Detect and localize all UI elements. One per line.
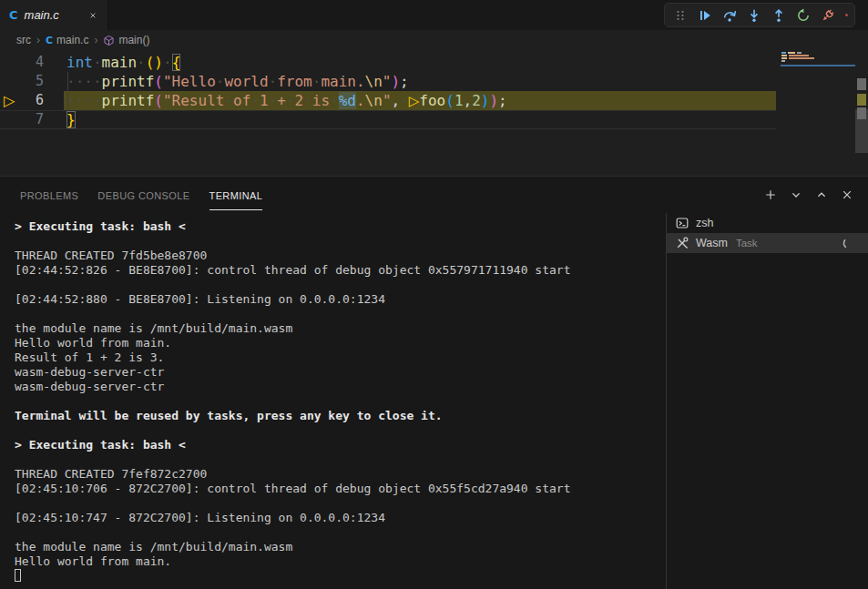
terminal-line [15,307,666,321]
panel-tabs: PROBLEMSDEBUG CONSOLETERMINAL [20,179,262,210]
terminal-task-badge: Task [736,238,758,249]
terminal-cursor [15,569,21,582]
maximize-panel-button[interactable] [812,185,832,205]
code-line-4[interactable]: 4int·main·()·{ [0,53,781,72]
terminal-line: the module name is /mnt/build/main.wasm [15,540,666,554]
code-line-6[interactable]: 6····printf("Result·of·1·+·2·is·%d.\n",·… [0,91,781,110]
minimap-code-line [781,55,787,56]
terminal-line: the module name is /mnt/build/main.wasm [15,321,666,336]
line-text: } [66,110,76,129]
terminal-line: Terminal will be reused by tasks, press … [15,409,666,423]
terminal-line: Hello world from main. [15,336,666,350]
code-line-7[interactable]: 7} [0,110,781,129]
terminal-line [15,278,666,292]
minimap-code-line [781,52,786,54]
terminal-line: [02:45:10:747 - 872C2700]: Listening on … [15,511,666,525]
c-file-icon: C [46,35,53,46]
terminal-list-item-zsh[interactable]: zsh [667,213,868,233]
debug-execution-arrow-icon: ▷ [4,91,15,110]
breadcrumb-separator: › [36,34,40,46]
line-number: 4 [0,53,44,72]
spinner-icon [841,236,855,250]
terminal-line: wasm-debug-server-ctr [15,380,666,394]
breadcrumb-separator: › [94,34,97,46]
terminal-list-item-wasm[interactable]: WasmTask [667,233,868,253]
terminal-line: THREAD CREATED 7fef872c2700 [15,467,666,482]
terminal-line: > Executing task: bash < [15,438,666,452]
panel-body: > Executing task: bash < THREAD CREATED … [0,213,868,589]
restart-button[interactable] [794,6,812,25]
step-into-button[interactable] [745,6,763,25]
step-out-button[interactable] [770,6,788,25]
line-text: ····printf("Result·of·1·+·2·is·%d.\n",·▷… [66,91,507,110]
editor-scrollbar[interactable] [855,50,868,176]
terminal-icon [675,216,689,230]
new-terminal-button[interactable] [761,185,781,205]
minimap-highlight-line [781,65,855,66]
code-lines: 4int·main·()·{5····printf("Hello·world·f… [0,53,781,129]
debug-toolbar [664,3,855,27]
tab-bar: C main.c [0,0,868,30]
disconnect-button[interactable] [819,6,837,25]
tab-close-icon[interactable] [86,8,100,23]
breadcrumb-label: src [16,34,31,46]
bottom-panel: PROBLEMSDEBUG CONSOLETERMINAL > Executin… [0,176,868,589]
overview-mark [857,78,866,90]
tab-main-c[interactable]: C main.c [0,0,108,30]
minimap-code-line [797,52,802,54]
terminal-line: THREAD CREATED 7fd5be8e8700 [15,249,666,263]
tools-icon [675,236,689,250]
code-line-5[interactable]: 5····printf("Hello·world·from·main.\n"); [0,72,781,91]
minimap-code-line [789,55,809,56]
vscode-window: C main.c src›Cmain.c›main() 4int·main·()… [0,0,868,589]
step-over-button[interactable] [720,6,739,25]
breadcrumb-item-main-c[interactable]: Cmain.c [46,34,88,46]
terminal-line: [02:44:52:880 - BE8E8700]: Listening on … [15,292,666,307]
breadcrumb-item-src[interactable]: src [16,34,31,46]
c-file-icon: C [9,8,18,22]
panel-actions [761,185,857,205]
terminal-name: Wasm [696,237,728,249]
panel-tab-terminal[interactable]: TERMINAL [209,179,263,210]
panel-tab-problems[interactable]: PROBLEMS [20,179,78,210]
minimap-code-line [781,60,785,62]
breadcrumb: src›Cmain.c›main() [0,30,868,50]
line-text: ····printf("Hello·world·from·main.\n"); [66,72,409,91]
continue-button[interactable] [696,6,714,25]
symbol-method-icon [103,35,115,46]
line-number: 5 [0,72,44,91]
terminal-line [15,525,666,540]
terminal-line [15,496,666,511]
terminal-dropdown-button[interactable] [786,185,806,205]
terminal-output[interactable]: > Executing task: bash < THREAD CREATED … [0,213,666,589]
notification-dot [845,14,848,16]
terminal-line [15,423,666,438]
terminal-line: [02:45:10:706 - 872C2700]: control threa… [15,482,666,496]
terminal-name: zsh [696,217,713,229]
panel-tab-debug-console[interactable]: DEBUG CONSOLE [97,179,189,210]
terminal-line [15,452,666,467]
panel-header: PROBLEMSDEBUG CONSOLETERMINAL [0,177,868,213]
minimap-code-line [781,57,787,59]
terminal-line [15,394,666,409]
overview-mark-debug [857,94,866,106]
terminal-line [15,234,666,249]
minimap[interactable] [781,50,855,176]
terminal-line: > Executing task: bash < [15,219,666,234]
minimap-code-line [789,57,814,59]
breadcrumb-item-main-[interactable]: main() [103,34,149,46]
line-text: int·main·()·{ [66,53,180,72]
terminal-line: wasm-debug-server-ctr [15,365,666,380]
code-editor[interactable]: 4int·main·()·{5····printf("Hello·world·f… [0,50,868,176]
terminal-list: zshWasmTask [666,213,868,589]
tab-label: main.c [25,8,59,22]
breadcrumb-label: main.c [56,34,88,46]
gripper-button [671,6,689,25]
breadcrumb-label: main() [118,34,149,46]
terminal-line: Hello world from main. [15,554,666,569]
line-number: 7 [0,110,44,129]
close-panel-button[interactable] [837,185,857,205]
terminal-line: [02:44:52:826 - BE8E8700]: control threa… [15,263,666,278]
overview-mark [857,107,866,119]
terminal-line: Result of 1 + 2 is 3. [15,350,666,365]
